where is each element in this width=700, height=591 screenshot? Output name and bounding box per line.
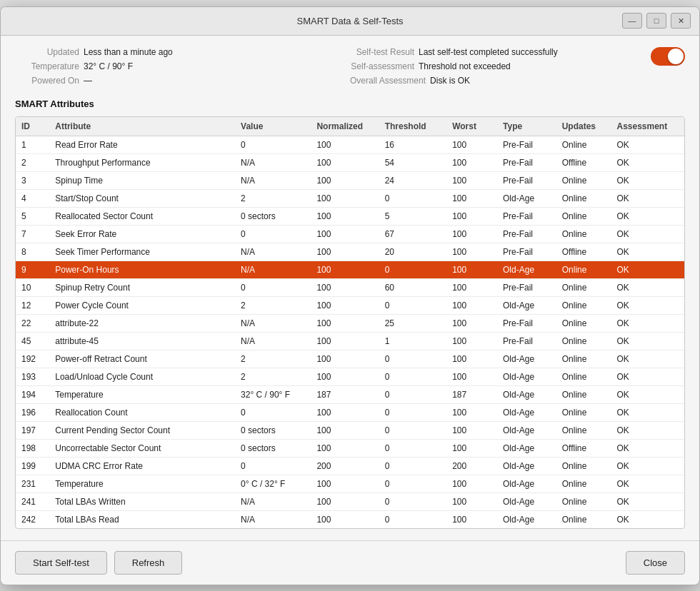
self-test-result-value: Last self-test completed successfully <box>419 47 558 57</box>
cell-id: 5 <box>16 207 49 225</box>
cell-normalized: 100 <box>311 439 379 457</box>
cell-value: N/A <box>235 243 311 261</box>
cell-value: 0 sectors <box>235 421 311 439</box>
refresh-button[interactable]: Refresh <box>114 551 183 575</box>
table-row[interactable]: 196Reallocation Count01000100Old-AgeOnli… <box>16 403 684 421</box>
cell-threshold: 0 <box>379 385 446 403</box>
cell-normalized: 100 <box>311 314 379 332</box>
table-row[interactable]: 192Power-off Retract Count21000100Old-Ag… <box>16 350 684 368</box>
table-row[interactable]: 9Power-On HoursN/A1000100Old-AgeOnlineOK <box>16 261 684 278</box>
minimize-button[interactable]: — <box>622 13 642 29</box>
start-selftest-button[interactable]: Start Self-test <box>15 551 107 575</box>
cell-id: 197 <box>16 421 49 439</box>
cell-normalized: 100 <box>311 278 379 296</box>
table-body: 1Read Error Rate010016100Pre-FailOnlineO… <box>16 136 684 528</box>
cell-assessment: OK <box>611 368 684 385</box>
maximize-button[interactable]: □ <box>646 13 666 29</box>
cell-updates: Online <box>556 350 611 368</box>
cell-assessment: OK <box>611 421 684 439</box>
cell-value: N/A <box>235 492 311 510</box>
table-row[interactable]: 3Spinup TimeN/A10024100Pre-FailOnlineOK <box>16 171 684 189</box>
cell-attribute: attribute-45 <box>49 332 235 350</box>
cell-threshold: 25 <box>379 314 446 332</box>
cell-threshold: 0 <box>379 296 446 314</box>
table-row[interactable]: 241Total LBAs WrittenN/A1000100Old-AgeOn… <box>16 492 684 510</box>
overall-assessment-value: Disk is OK <box>430 76 470 86</box>
table-row[interactable]: 10Spinup Retry Count010060100Pre-FailOnl… <box>16 278 684 296</box>
cell-normalized: 100 <box>311 207 379 225</box>
cell-threshold: 0 <box>379 457 446 475</box>
header-worst: Worst <box>446 117 497 136</box>
footer-left-buttons: Start Self-test Refresh <box>15 551 182 575</box>
cell-id: 199 <box>16 457 49 475</box>
table-row[interactable]: 242Total LBAs ReadN/A1000100Old-AgeOnlin… <box>16 510 684 528</box>
cell-type: Pre-Fail <box>497 225 556 243</box>
table-row[interactable]: 1Read Error Rate010016100Pre-FailOnlineO… <box>16 136 684 153</box>
cell-updates: Online <box>556 261 611 278</box>
cell-worst: 100 <box>446 225 497 243</box>
cell-value: N/A <box>235 153 311 171</box>
cell-updates: Online <box>556 171 611 189</box>
cell-threshold: 0 <box>379 492 446 510</box>
cell-updates: Offline <box>556 439 611 457</box>
cell-assessment: OK <box>611 475 684 492</box>
table-row[interactable]: 12Power Cycle Count21000100Old-AgeOnline… <box>16 296 684 314</box>
cell-assessment: OK <box>611 296 684 314</box>
cell-value: 0 sectors <box>235 207 311 225</box>
cell-attribute: Uncorrectable Sector Count <box>49 439 235 457</box>
cell-attribute: Load/Unload Cycle Count <box>49 368 235 385</box>
cell-assessment: OK <box>611 207 684 225</box>
cell-attribute: Reallocation Count <box>49 403 235 421</box>
table-row[interactable]: 45attribute-45N/A1001100Pre-FailOnlineOK <box>16 332 684 350</box>
self-test-toggle[interactable] <box>651 47 685 66</box>
cell-id: 9 <box>16 261 49 278</box>
cell-threshold: 0 <box>379 421 446 439</box>
cell-type: Old-Age <box>497 385 556 403</box>
table-row[interactable]: 193Load/Unload Cycle Count21000100Old-Ag… <box>16 368 684 385</box>
cell-type: Old-Age <box>497 189 556 207</box>
cell-updates: Online <box>556 403 611 421</box>
overall-assessment-line: Overall Assessment Disk is OK <box>350 76 651 86</box>
cell-type: Old-Age <box>497 492 556 510</box>
cell-worst: 200 <box>446 457 497 475</box>
header-attribute: Attribute <box>49 117 235 136</box>
table-row[interactable]: 4Start/Stop Count21000100Old-AgeOnlineOK <box>16 189 684 207</box>
table-row[interactable]: 199UDMA CRC Error Rate02000200Old-AgeOnl… <box>16 457 684 475</box>
close-button[interactable]: Close <box>626 551 685 575</box>
table-row[interactable]: 5Reallocated Sector Count0 sectors100510… <box>16 207 684 225</box>
cell-threshold: 5 <box>379 207 446 225</box>
cell-id: 7 <box>16 225 49 243</box>
cell-assessment: OK <box>611 189 684 207</box>
table-row[interactable]: 194Temperature32° C / 90° F1870187Old-Ag… <box>16 385 684 403</box>
table-row[interactable]: 2Throughput PerformanceN/A10054100Pre-Fa… <box>16 153 684 171</box>
smart-table-container: ID Attribute Value Normalized Threshold … <box>15 116 685 529</box>
table-row[interactable]: 8Seek Timer PerformanceN/A10020100Pre-Fa… <box>16 243 684 261</box>
cell-updates: Online <box>556 368 611 385</box>
cell-assessment: OK <box>611 171 684 189</box>
close-window-button[interactable]: ✕ <box>671 13 691 29</box>
cell-value: 0° C / 32° F <box>235 475 311 492</box>
cell-value: N/A <box>235 332 311 350</box>
cell-worst: 100 <box>446 278 497 296</box>
cell-type: Old-Age <box>497 457 556 475</box>
cell-value: N/A <box>235 314 311 332</box>
toggle-knob <box>668 49 684 64</box>
table-row[interactable]: 7Seek Error Rate010067100Pre-FailOnlineO… <box>16 225 684 243</box>
cell-normalized: 100 <box>311 136 379 153</box>
table-row[interactable]: 22attribute-22N/A10025100Pre-FailOnlineO… <box>16 314 684 332</box>
cell-threshold: 0 <box>379 510 446 528</box>
table-row[interactable]: 231Temperature0° C / 32° F1000100Old-Age… <box>16 475 684 492</box>
cell-normalized: 100 <box>311 510 379 528</box>
table-row[interactable]: 197Current Pending Sector Count0 sectors… <box>16 421 684 439</box>
cell-id: 8 <box>16 243 49 261</box>
window-title: SMART Data & Self-Tests <box>296 16 403 26</box>
cell-id: 4 <box>16 189 49 207</box>
cell-normalized: 100 <box>311 171 379 189</box>
table-header: ID Attribute Value Normalized Threshold … <box>16 117 684 136</box>
cell-attribute: Start/Stop Count <box>49 189 235 207</box>
updated-label: Updated <box>15 47 79 57</box>
cell-updates: Online <box>556 492 611 510</box>
titlebar: SMART Data & Self-Tests — □ ✕ <box>1 7 699 36</box>
cell-assessment: OK <box>611 492 684 510</box>
table-row[interactable]: 198Uncorrectable Sector Count0 sectors10… <box>16 439 684 457</box>
